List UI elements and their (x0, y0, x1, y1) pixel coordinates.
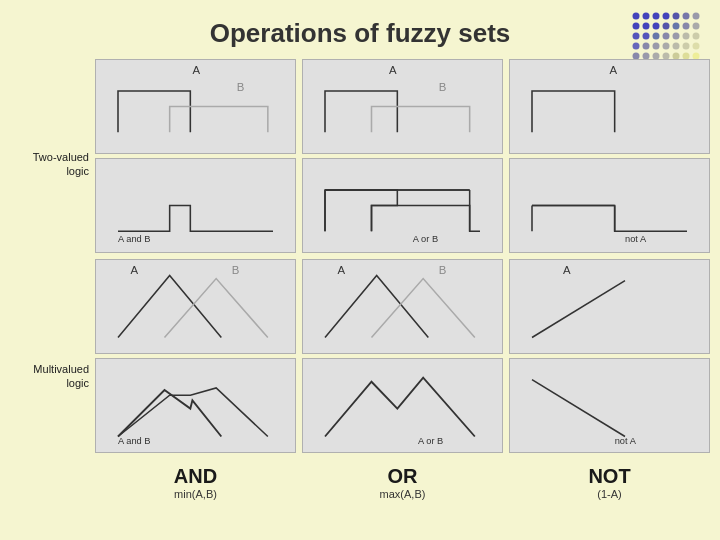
svg-line-68 (532, 281, 625, 338)
multi-or-top-cell: A B (302, 259, 503, 354)
svg-point-8 (643, 23, 650, 30)
svg-text:B: B (439, 264, 447, 276)
svg-point-15 (643, 33, 650, 40)
svg-point-0 (633, 13, 640, 20)
svg-point-4 (673, 13, 680, 20)
two-valued-top-row: A B A B (95, 59, 710, 154)
multi-or-bottom-cell: A or B (302, 358, 503, 453)
svg-point-24 (663, 43, 670, 50)
svg-point-1 (643, 13, 650, 20)
svg-point-19 (683, 33, 690, 40)
or-label: OR max(A,B) (302, 465, 503, 500)
svg-text:A or B: A or B (413, 234, 438, 244)
two-not-bottom-cell: not A (509, 158, 710, 253)
svg-point-16 (653, 33, 660, 40)
svg-point-21 (633, 43, 640, 50)
svg-point-23 (653, 43, 660, 50)
svg-point-11 (673, 23, 680, 30)
two-and-top-cell: A B (95, 59, 296, 154)
two-valued-label: Two-valuedlogic (10, 61, 95, 267)
svg-point-22 (643, 43, 650, 50)
and-label: AND min(A,B) (95, 465, 296, 500)
svg-point-7 (633, 23, 640, 30)
multi-valued-top-row: A B A B (95, 259, 710, 354)
svg-text:A and B: A and B (118, 436, 151, 446)
svg-line-72 (532, 380, 625, 437)
svg-point-14 (633, 33, 640, 40)
multi-not-bottom-cell: not A (509, 358, 710, 453)
svg-point-26 (683, 43, 690, 50)
two-valued-row: A B A B (95, 59, 710, 253)
svg-text:A: A (389, 64, 397, 76)
multi-valued-bottom-row: A and B A or B (95, 358, 710, 453)
multi-and-top-cell: A B (95, 259, 296, 354)
svg-point-6 (693, 13, 700, 20)
multi-valued-row: A B A B (95, 259, 710, 453)
two-or-bottom-cell: A or B (302, 158, 503, 253)
two-and-bottom-cell: A and B (95, 158, 296, 253)
svg-text:A: A (610, 64, 618, 76)
svg-text:B: B (232, 264, 240, 276)
columns-area: A B A B (95, 59, 710, 500)
svg-text:A and B: A and B (118, 234, 151, 244)
multi-valued-label: Multivaluedlogic (10, 273, 95, 479)
svg-point-9 (653, 23, 660, 30)
svg-point-12 (683, 23, 690, 30)
two-or-top-cell: A B (302, 59, 503, 154)
svg-point-17 (663, 33, 670, 40)
svg-point-13 (693, 23, 700, 30)
multi-not-top-cell: A (509, 259, 710, 354)
multi-and-bottom-cell: A and B (95, 358, 296, 453)
svg-text:A: A (192, 64, 200, 76)
svg-text:A: A (563, 264, 571, 276)
svg-text:not A: not A (625, 234, 647, 244)
main-grid: Two-valuedlogic Multivaluedlogic A B (10, 59, 710, 500)
side-labels: Two-valuedlogic Multivaluedlogic (10, 59, 95, 500)
svg-text:not A: not A (615, 436, 637, 446)
svg-point-2 (653, 13, 660, 20)
not-label: NOT (1-A) (509, 465, 710, 500)
svg-point-20 (693, 33, 700, 40)
two-valued-bottom-row: A and B A or B (95, 158, 710, 253)
svg-point-5 (683, 13, 690, 20)
svg-text:A: A (337, 264, 345, 276)
svg-point-18 (673, 33, 680, 40)
svg-point-3 (663, 13, 670, 20)
two-not-top-cell: A (509, 59, 710, 154)
svg-text:A or B: A or B (418, 436, 443, 446)
svg-text:B: B (439, 81, 447, 93)
svg-text:A: A (130, 264, 138, 276)
operation-labels-row: AND min(A,B) OR max(A,B) NOT (1-A) (95, 465, 710, 500)
svg-point-25 (673, 43, 680, 50)
svg-point-27 (693, 43, 700, 50)
svg-point-10 (663, 23, 670, 30)
page-title: Operations of fuzzy sets (0, 0, 720, 59)
svg-text:B: B (237, 81, 245, 93)
